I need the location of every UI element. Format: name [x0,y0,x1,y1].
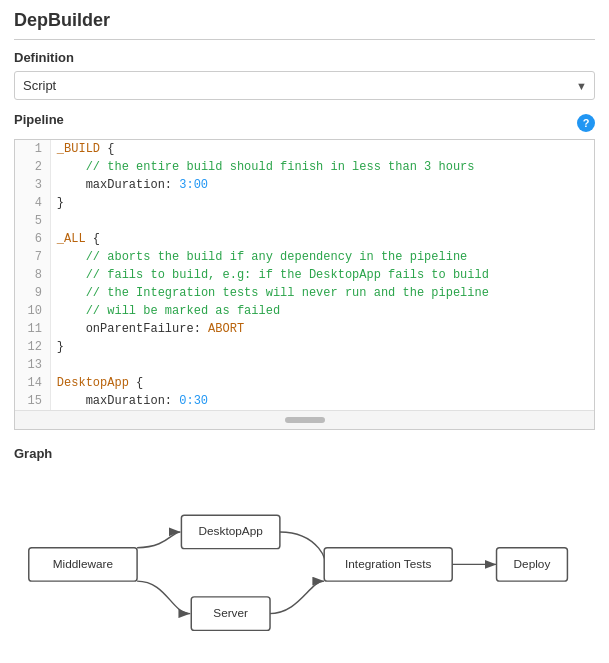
graph-area: Middleware DesktopApp Server Integration… [14,467,595,647]
pipeline-section: Pipeline ? 1 _BUILD { 2 // the entire bu… [14,112,595,430]
line-number: 3 [15,176,50,194]
table-row: 13 [15,356,594,374]
line-number: 10 [15,302,50,320]
code-line: // the entire build should finish in les… [50,158,594,176]
scrollbar-hint [15,410,594,429]
line-number: 6 [15,230,50,248]
definition-label: Definition [14,50,595,65]
table-row: 6 _ALL { [15,230,594,248]
table-row: 12 } [15,338,594,356]
table-row: 2 // the entire build should finish in l… [15,158,594,176]
line-number: 15 [15,392,50,410]
code-line: // fails to build, e.g: if the DesktopAp… [50,266,594,284]
table-row: 1 _BUILD { [15,140,594,158]
definition-select[interactable]: Script YAML JSON [14,71,595,100]
line-number: 8 [15,266,50,284]
table-row: 5 [15,212,594,230]
table-row: 10 // will be marked as failed [15,302,594,320]
node-server-label: Server [213,606,248,620]
line-number: 7 [15,248,50,266]
line-number: 5 [15,212,50,230]
app-title: DepBuilder [14,10,595,40]
line-number: 14 [15,374,50,392]
graph-svg: Middleware DesktopApp Server Integration… [14,467,595,647]
table-row: 3 maxDuration: 3:00 [15,176,594,194]
code-line: } [50,194,594,212]
definition-section: Definition Script YAML JSON ▼ [14,50,595,100]
app-container: DepBuilder Definition Script YAML JSON ▼… [0,0,609,657]
line-number: 9 [15,284,50,302]
node-deploy-label: Deploy [514,557,551,571]
code-line [50,212,594,230]
code-line [50,356,594,374]
help-icon[interactable]: ? [577,114,595,132]
code-line: // the Integration tests will never run … [50,284,594,302]
node-integration-label: Integration Tests [345,557,431,571]
graph-section: Graph Middlewar [14,446,595,647]
code-line: maxDuration: 0:30 [50,392,594,410]
line-number: 2 [15,158,50,176]
graph-label: Graph [14,446,595,461]
code-line: _BUILD { [50,140,594,158]
line-number: 4 [15,194,50,212]
code-line: // aborts the build if any dependency in… [50,248,594,266]
code-table: 1 _BUILD { 2 // the entire build should … [15,140,594,410]
table-row: 14 DesktopApp { [15,374,594,392]
pipeline-label: Pipeline [14,112,64,127]
line-number: 13 [15,356,50,374]
code-line: onParentFailure: ABORT [50,320,594,338]
code-line: maxDuration: 3:00 [50,176,594,194]
table-row: 11 onParentFailure: ABORT [15,320,594,338]
code-line: DesktopApp { [50,374,594,392]
table-row: 4 } [15,194,594,212]
code-editor[interactable]: 1 _BUILD { 2 // the entire build should … [14,139,595,430]
line-number: 1 [15,140,50,158]
node-middleware-label: Middleware [53,557,114,571]
table-row: 8 // fails to build, e.g: if the Desktop… [15,266,594,284]
code-line: _ALL { [50,230,594,248]
line-number: 12 [15,338,50,356]
line-number: 11 [15,320,50,338]
table-row: 15 maxDuration: 0:30 [15,392,594,410]
code-line: // will be marked as failed [50,302,594,320]
node-desktopapp-label: DesktopApp [199,524,264,538]
pipeline-header: Pipeline ? [14,112,595,133]
definition-select-wrapper: Script YAML JSON ▼ [14,71,595,100]
table-row: 7 // aborts the build if any dependency … [15,248,594,266]
code-line: } [50,338,594,356]
table-row: 9 // the Integration tests will never ru… [15,284,594,302]
